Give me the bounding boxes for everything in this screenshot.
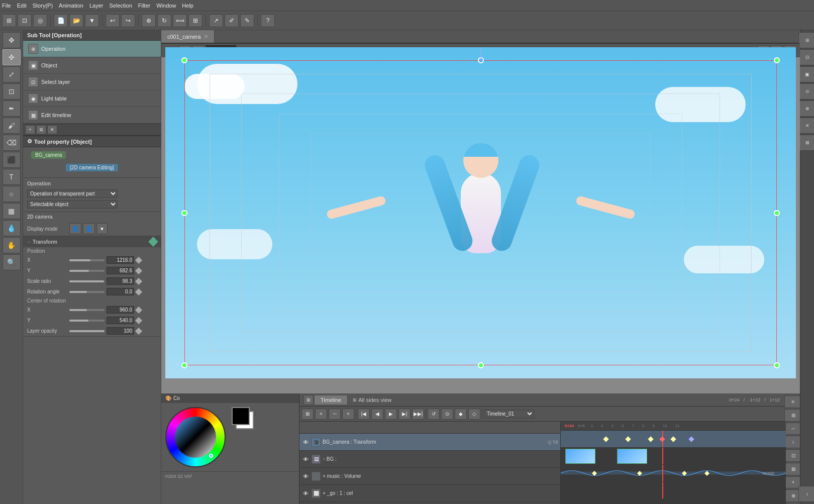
display-mode-btn-1[interactable]: 👤 [69, 223, 81, 234]
selectable-object-select[interactable]: Selectable object [27, 200, 118, 209]
center-y-slider[interactable] [69, 320, 105, 322]
tab-close-btn[interactable]: ✕ [204, 34, 208, 39]
pos-x-slider[interactable] [69, 259, 105, 261]
pos-y-slider[interactable] [69, 270, 105, 272]
tool-zoom[interactable]: 🔍 [3, 254, 21, 270]
toolbar-transform-btn[interactable]: ⊕ [142, 14, 156, 27]
tool-hand[interactable]: ✋ [3, 237, 21, 253]
tool-shape[interactable]: ○ [3, 186, 21, 202]
opacity-slider[interactable] [69, 330, 105, 332]
canvas-viewport[interactable]: 50.0 🔍 ⊞ 0:0 ↺ ▶ ⏭ [161, 43, 800, 393]
tl-next-btn[interactable]: ▶| [398, 409, 411, 420]
scale-slider[interactable] [69, 280, 105, 282]
sub-tool-light-table[interactable]: ◉ Light table [23, 90, 161, 107]
toolbar-rotate-btn[interactable]: ↻ [157, 14, 171, 27]
far-right-btn-5[interactable]: ⊕ [798, 100, 815, 117]
tab-all-sides[interactable]: ⊞ All sides view [349, 395, 395, 405]
canvas-tab-main[interactable]: c001_camera ✕ [161, 30, 215, 43]
operation-transparent-select[interactable]: Operation of transparent part [27, 189, 118, 198]
tl-zoom-btn[interactable]: + [342, 409, 354, 420]
fg-swatch[interactable] [232, 407, 250, 425]
tool-operation[interactable]: ✜ [3, 49, 21, 65]
opacity-diamond[interactable] [135, 327, 142, 334]
menu-layer[interactable]: Layer [89, 3, 104, 9]
tool-select[interactable]: ⊡ [3, 83, 21, 99]
toolbar-help-btn[interactable]: ? [261, 14, 275, 27]
eye-bg-camera[interactable]: 👁 [301, 438, 310, 446]
toolbar-lasso-btn[interactable]: ◎ [33, 14, 47, 27]
layer-row-go[interactable]: 👁 ⬜ + _go : 1 : cel [299, 485, 560, 502]
pos-y-input[interactable] [107, 267, 134, 274]
timeline-frames[interactable]: 0+24 1+5 3 4 5 6 7 8 9 [561, 422, 786, 504]
color-wheel[interactable] [165, 407, 226, 467]
sub-tool-edit-timeline[interactable]: ▦ Edit timeline [23, 107, 161, 124]
handle-bc[interactable] [478, 362, 484, 368]
toolbar-flip-btn[interactable]: ⟺ [173, 14, 187, 27]
tool-fill[interactable]: ⬛ [3, 152, 21, 168]
center-x-slider[interactable] [69, 309, 105, 311]
tl-end-btn[interactable]: ▶▶| [412, 409, 424, 420]
menu-filter[interactable]: Filter [138, 3, 150, 9]
sub-tool-object[interactable]: ▣ Object [23, 57, 161, 74]
opacity-input[interactable] [107, 327, 134, 335]
timeline-icon[interactable]: ⊞ [303, 395, 314, 405]
tl-key-btn[interactable]: ◆ [455, 409, 467, 420]
handle-bl[interactable] [181, 362, 187, 368]
handle-br[interactable] [774, 362, 780, 368]
toolbar-arrow-btn[interactable]: ↗ [209, 14, 223, 27]
tool-move[interactable]: ✥ [3, 32, 21, 48]
transform-diamond-btn[interactable] [148, 237, 158, 247]
scale-diamond[interactable] [135, 277, 142, 284]
far-right-btn-6[interactable]: ✕ [798, 118, 815, 134]
display-mode-btn-2[interactable]: 👤 [83, 223, 95, 234]
center-x-diamond[interactable] [135, 306, 142, 313]
toolbar-undo-btn[interactable]: ↩ [106, 14, 120, 27]
handle-tl[interactable] [181, 57, 187, 63]
pos-y-diamond[interactable] [135, 267, 142, 274]
tl-interp-btn[interactable]: ◇ [468, 409, 480, 420]
menu-window[interactable]: Window [156, 3, 176, 9]
tool-eraser[interactable]: ⌫ [3, 135, 21, 151]
tl-add-btn[interactable]: + [315, 409, 327, 420]
tool-eyedrop[interactable]: 💧 [3, 220, 21, 236]
tool-brush[interactable]: 🖌 [3, 118, 21, 134]
rotation-slider[interactable] [69, 291, 105, 293]
sub-tool-select-layer[interactable]: ⊡ Select layer [23, 74, 161, 90]
eye-go[interactable]: 👁 [301, 489, 310, 497]
far-right-btn-3[interactable]: ▣ [798, 66, 815, 82]
far-right-btn-1[interactable]: ⊞ [798, 32, 815, 48]
menu-selection[interactable]: Selection [110, 3, 132, 9]
toolbar-grid-btn[interactable]: ⊞ [188, 14, 202, 27]
menu-help[interactable]: Help [182, 3, 193, 9]
eye-bg[interactable]: 👁 [301, 455, 310, 463]
center-y-input[interactable] [107, 317, 134, 324]
scale-input[interactable] [107, 277, 134, 285]
pos-x-diamond[interactable] [135, 256, 142, 263]
far-right-btn-7[interactable]: ⊠ [798, 135, 815, 151]
handle-tr[interactable] [774, 57, 780, 63]
display-mode-dropdown[interactable]: ▼ [96, 223, 108, 234]
tl-loop-btn[interactable]: ↺ [428, 409, 440, 420]
layer-row-music[interactable]: 👁 🎵 + music : Volume [299, 468, 560, 485]
layer-row-bg-camera[interactable]: 👁 🎥 BG_camera : Transform Q TB [299, 434, 560, 451]
rotation-diamond[interactable] [135, 288, 142, 295]
menu-animation[interactable]: Animation [59, 3, 83, 9]
menu-file[interactable]: File [2, 3, 11, 9]
center-x-input[interactable] [107, 306, 134, 314]
tl-minus-btn[interactable]: ─ [329, 409, 341, 420]
toolbar-move-btn[interactable]: ⊞ [2, 14, 16, 27]
copy-subtool-btn[interactable]: ⧉ [36, 125, 46, 134]
handle-ml[interactable] [181, 210, 187, 216]
timeline-name-select[interactable]: Timeline_01 [484, 410, 534, 418]
toolbar-redo-btn[interactable]: ↪ [121, 14, 135, 27]
add-subtool-btn[interactable]: + [25, 125, 35, 134]
tl-tool-btn[interactable]: ⊞ [301, 409, 314, 420]
menu-story[interactable]: Story(P) [33, 3, 53, 9]
delete-subtool-btn[interactable]: ✕ [47, 125, 57, 134]
menu-edit[interactable]: Edit [17, 3, 27, 9]
rotation-input[interactable] [107, 288, 134, 295]
eye-music[interactable]: 👁 [301, 472, 310, 480]
toolbar-new-btn[interactable]: 📄 [54, 14, 68, 27]
far-right-btn-2[interactable]: ⊡ [798, 49, 815, 65]
handle-mr[interactable] [774, 210, 780, 216]
